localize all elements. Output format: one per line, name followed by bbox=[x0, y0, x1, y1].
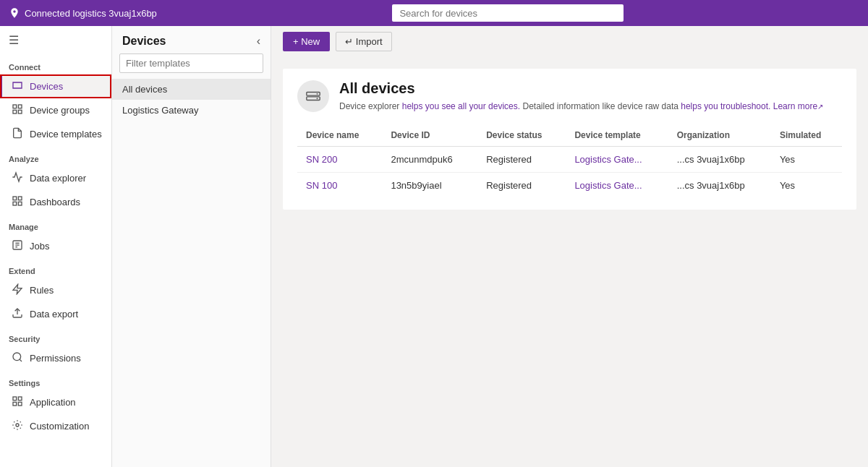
new-button[interactable]: + New bbox=[283, 32, 330, 51]
app-name: Connected logistics 3vuaj1x6bp bbox=[25, 8, 157, 19]
import-button[interactable]: ↵ Import bbox=[336, 32, 391, 51]
svg-rect-17 bbox=[18, 397, 22, 400]
topbar: Connected logistics 3vuaj1x6bp bbox=[0, 0, 868, 26]
customization-icon bbox=[11, 419, 24, 433]
dashboards-icon bbox=[11, 195, 24, 209]
nav-section-security: Security bbox=[0, 326, 111, 346]
rules-icon bbox=[11, 283, 24, 297]
search-input[interactable] bbox=[392, 4, 624, 22]
svg-point-20 bbox=[16, 424, 19, 427]
permissions-icon bbox=[11, 351, 24, 365]
row1-device-status: Registered bbox=[477, 147, 566, 173]
sidebar-item-customization[interactable]: Customization bbox=[0, 414, 111, 438]
devices-card-icon bbox=[297, 80, 329, 112]
middle-item-all-devices[interactable]: All devices bbox=[112, 79, 271, 100]
jobs-icon bbox=[11, 239, 24, 253]
sidebar-item-device-templates-label: Device templates bbox=[30, 129, 102, 140]
row1-template-link[interactable]: Logistics Gate... bbox=[574, 154, 642, 165]
row1-organization: ...cs 3vuaj1x6bp bbox=[668, 147, 771, 173]
col-device-name: Device name bbox=[297, 124, 382, 147]
sidebar-item-data-export[interactable]: Data export bbox=[0, 302, 111, 326]
nav-section-connect: Connect bbox=[0, 54, 111, 74]
sidebar-item-permissions[interactable]: Permissions bbox=[0, 346, 111, 370]
svg-point-24 bbox=[317, 98, 318, 99]
row2-device-template: Logistics Gate... bbox=[566, 173, 668, 199]
sidebar-item-dashboards[interactable]: Dashboards bbox=[0, 190, 111, 214]
data-export-icon bbox=[11, 307, 24, 321]
sidebar-item-rules-label: Rules bbox=[30, 285, 54, 296]
data-explorer-icon bbox=[11, 171, 24, 185]
table-row: SN 100 13n5b9yiael Registered Logistics … bbox=[297, 173, 842, 199]
col-simulated: Simulated bbox=[771, 124, 842, 147]
sidebar-item-devices-label: Devices bbox=[30, 81, 63, 92]
nav-section-analyze: Analyze bbox=[0, 146, 111, 166]
row1-simulated: Yes bbox=[771, 147, 842, 173]
desc-text-1: Device explorer bbox=[339, 101, 402, 111]
devices-nav-icon bbox=[11, 80, 24, 93]
middle-panel-header: Devices ‹ bbox=[112, 26, 271, 53]
middle-panel-close-button[interactable]: ‹ bbox=[257, 35, 260, 48]
devices-description: Device explorer helps you see all your d… bbox=[339, 100, 823, 113]
sidebar-item-application[interactable]: Application bbox=[0, 390, 111, 414]
svg-rect-6 bbox=[13, 202, 17, 205]
svg-rect-16 bbox=[13, 397, 17, 400]
svg-rect-4 bbox=[13, 197, 17, 200]
devices-card-text: All devices Device explorer helps you se… bbox=[339, 80, 823, 113]
new-button-label: + New bbox=[293, 36, 320, 47]
app-logo: Connected logistics 3vuaj1x6bp bbox=[9, 7, 157, 19]
sidebar-item-data-explorer[interactable]: Data explorer bbox=[0, 166, 111, 190]
svg-rect-0 bbox=[13, 105, 17, 108]
import-button-label: ↵ Import bbox=[345, 36, 382, 47]
sidebar-item-permissions-label: Permissions bbox=[30, 353, 81, 364]
sidebar-item-device-groups[interactable]: Device groups bbox=[0, 98, 111, 122]
col-organization: Organization bbox=[668, 124, 771, 147]
sidebar-item-rules[interactable]: Rules bbox=[0, 278, 111, 302]
devices-table-body: SN 200 2mcunmdpuk6 Registered Logistics … bbox=[297, 147, 842, 199]
svg-point-23 bbox=[317, 93, 318, 95]
filter-templates-input[interactable] bbox=[119, 53, 263, 73]
svg-point-14 bbox=[13, 353, 21, 361]
sidebar-item-jobs-label: Jobs bbox=[30, 241, 49, 252]
content-area: + New ↵ Import All devices Device explor… bbox=[271, 26, 868, 467]
row1-device-name: SN 200 bbox=[297, 147, 382, 173]
row2-device-status: Registered bbox=[477, 173, 566, 199]
col-device-id: Device ID bbox=[382, 124, 477, 147]
sidebar-item-jobs[interactable]: Jobs bbox=[0, 234, 111, 258]
middle-item-logistics-gateway[interactable]: Logistics Gateway bbox=[112, 100, 271, 121]
left-nav: ☰ Connect Devices Device groups Device t… bbox=[0, 26, 112, 467]
svg-rect-7 bbox=[18, 202, 22, 205]
sn100-link[interactable]: SN 100 bbox=[306, 180, 337, 191]
device-explorer-link[interactable]: helps you see all your devices. bbox=[402, 101, 520, 111]
sidebar-item-device-templates[interactable]: Device templates bbox=[0, 122, 111, 146]
sn200-link[interactable]: SN 200 bbox=[306, 154, 337, 165]
middle-item-logistics-gateway-label: Logistics Gateway bbox=[122, 105, 199, 116]
sidebar-item-data-export-label: Data export bbox=[30, 309, 78, 320]
sidebar-item-customization-label: Customization bbox=[30, 421, 89, 432]
row2-organization: ...cs 3vuaj1x6bp bbox=[668, 173, 771, 199]
svg-rect-3 bbox=[18, 110, 22, 113]
main-layout: ☰ Connect Devices Device groups Device t… bbox=[0, 26, 868, 467]
hamburger-button[interactable]: ☰ bbox=[0, 26, 111, 54]
sidebar-item-device-groups-label: Device groups bbox=[30, 105, 90, 116]
col-device-status: Device status bbox=[477, 124, 566, 147]
location-icon bbox=[9, 7, 20, 19]
row2-device-id: 13n5b9yiael bbox=[382, 173, 477, 199]
learn-more-link[interactable]: Learn more bbox=[773, 101, 823, 111]
table-row: SN 200 2mcunmdpuk6 Registered Logistics … bbox=[297, 147, 842, 173]
application-icon bbox=[11, 395, 24, 409]
nav-section-extend: Extend bbox=[0, 258, 111, 278]
sidebar-item-data-explorer-label: Data explorer bbox=[30, 173, 86, 184]
table-header-row: Device name Device ID Device status Devi… bbox=[297, 124, 842, 147]
content-inner: All devices Device explorer helps you se… bbox=[271, 57, 868, 467]
devices-table: Device name Device ID Device status Devi… bbox=[297, 124, 842, 198]
sidebar-item-devices[interactable]: Devices bbox=[0, 74, 111, 98]
devices-table-head: Device name Device ID Device status Devi… bbox=[297, 124, 842, 147]
sidebar-item-dashboards-label: Dashboards bbox=[30, 197, 80, 207]
raw-data-link[interactable]: helps you troubleshoot. bbox=[681, 101, 770, 111]
svg-marker-12 bbox=[13, 284, 22, 294]
row2-device-name: SN 100 bbox=[297, 173, 382, 199]
sidebar-item-application-label: Application bbox=[30, 397, 76, 408]
svg-line-15 bbox=[20, 359, 22, 361]
row2-simulated: Yes bbox=[771, 173, 842, 199]
row2-template-link[interactable]: Logistics Gate... bbox=[574, 180, 642, 191]
